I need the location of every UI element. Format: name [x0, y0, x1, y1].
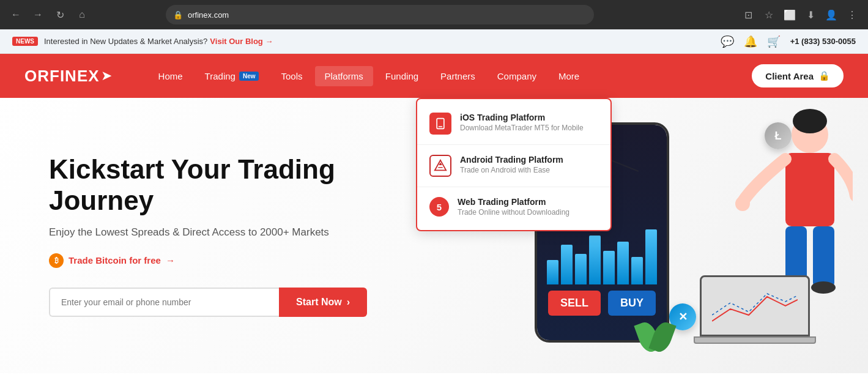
laptop-screen: [700, 275, 810, 336]
plant-container: [639, 322, 672, 355]
nav-item-company[interactable]: Company: [488, 66, 546, 86]
ios-platform-text: iOS Trading Platform Download MetaTrader…: [460, 113, 584, 132]
android-platform-text: Android Trading Platform Trade on Androi…: [460, 155, 563, 174]
hero-subtitle: Enjoy the Lowest Spreads & Direct Access…: [49, 226, 416, 239]
url-input[interactable]: [188, 10, 587, 20]
download-icon[interactable]: ⬇: [802, 6, 819, 23]
nav-item-tools[interactable]: Tools: [271, 66, 312, 86]
nav-tools-label: Tools: [281, 71, 302, 81]
web-platform-icon: 5: [429, 197, 449, 217]
client-area-label: Client Area: [765, 71, 814, 81]
nav-item-funding[interactable]: Funding: [376, 66, 428, 86]
security-icon: 🔒: [173, 10, 183, 20]
dropdown-item-android[interactable]: Android Trading Platform Trade on Androi…: [417, 146, 610, 185]
bell-icon[interactable]: 🔔: [744, 35, 757, 48]
hero-content: Kickstart Your Trading Journey Enjoy the…: [49, 154, 416, 316]
nav-platforms-label: Platforms: [325, 71, 363, 81]
logo-text: ORFINEX: [24, 67, 100, 86]
android-platform-icon: [429, 155, 451, 177]
extension-icon[interactable]: ⬜: [781, 6, 798, 23]
dropdown-item-web[interactable]: 5 Web Trading Platform Trade Online with…: [417, 188, 610, 225]
laptop: [694, 275, 816, 349]
platforms-dropdown: iOS Trading Platform Download MetaTrader…: [416, 98, 612, 231]
svg-point-13: [793, 109, 827, 133]
address-bar[interactable]: 🔒: [166, 5, 594, 24]
client-area-button[interactable]: Client Area 🔒: [752, 64, 844, 87]
bitcoin-link[interactable]: ₿ Trade Bitcoin for free →: [49, 253, 416, 268]
svg-line-8: [608, 159, 639, 171]
android-platform-title: Android Trading Platform: [460, 155, 563, 165]
chart-bar-1: [547, 260, 558, 284]
visit-blog-link[interactable]: Visit Our Blog →: [210, 37, 273, 46]
trade-buttons: SELL BUY: [548, 291, 656, 316]
refresh-button[interactable]: ↻: [51, 6, 69, 23]
news-badge: news: [12, 37, 38, 46]
nav-trading-label: Trading: [205, 71, 236, 81]
back-button[interactable]: ←: [7, 6, 24, 23]
menu-icon[interactable]: ⋮: [844, 6, 861, 23]
nav-item-home[interactable]: Home: [149, 66, 193, 86]
email-form: Start Now ›: [49, 288, 367, 317]
web-platform-text: Web Trading Platform Trade Online withou…: [458, 197, 569, 217]
web-platform-title: Web Trading Platform: [458, 197, 569, 207]
trading-new-badge: New: [239, 72, 259, 81]
bitcoin-link-text: Trade Bitcoin for free: [69, 255, 161, 265]
dropdown-item-ios[interactable]: iOS Trading Platform Download MetaTrader…: [417, 104, 610, 143]
nav-item-partners[interactable]: Partners: [431, 66, 485, 86]
web-platform-icon-number: 5: [437, 202, 442, 212]
chart-bar-2: [561, 245, 573, 284]
web-platform-subtitle: Trade Online without Downloading: [458, 208, 569, 217]
ios-platform-icon: [429, 113, 451, 135]
notification-text: Interested in New Updates & Market Analy…: [44, 37, 207, 46]
nav-item-more[interactable]: More: [549, 66, 589, 86]
nav-company-label: Company: [497, 71, 536, 81]
sell-button[interactable]: SELL: [548, 291, 601, 316]
chart-bar-8: [645, 229, 657, 284]
chart-bar-5: [603, 251, 615, 284]
ripple-coin-symbol: ✕: [678, 310, 688, 324]
profile-icon[interactable]: 👤: [823, 6, 840, 23]
screenshot-icon[interactable]: ⊡: [740, 6, 757, 23]
buy-button[interactable]: BUY: [608, 291, 656, 316]
start-arrow: ›: [347, 297, 350, 308]
nav-item-platforms[interactable]: Platforms: [315, 66, 373, 86]
start-now-label: Start Now: [296, 297, 342, 308]
nav-more-label: More: [558, 71, 579, 81]
chat-icon[interactable]: 💬: [721, 35, 734, 48]
cart-icon[interactable]: 🛒: [767, 35, 781, 48]
nav-funding-label: Funding: [385, 71, 418, 81]
dropdown-divider-2: [417, 187, 610, 187]
lock-icon: 🔒: [818, 70, 830, 81]
forward-button[interactable]: →: [29, 6, 46, 23]
browser-right-icons: ⊡ ☆ ⬜ ⬇ 👤 ⋮: [740, 6, 861, 23]
logo[interactable]: ORFINEX ➤: [24, 67, 112, 86]
bitcoin-arrow: →: [166, 255, 175, 265]
android-platform-subtitle: Trade on Android with Ease: [460, 166, 563, 174]
ios-platform-subtitle: Download MetaTrader MT5 for Mobile: [460, 124, 584, 132]
phone-number: +1 (833) 530-0055: [790, 37, 856, 46]
main-navigation: ORFINEX ➤ Home Trading New Tools Platfor…: [0, 54, 868, 98]
svg-rect-16: [813, 226, 834, 288]
chart-area: [547, 223, 657, 284]
laptop-base: [694, 336, 816, 344]
bitcoin-icon: ₿: [49, 253, 64, 268]
nav-links: Home Trading New Tools Platforms Funding…: [149, 64, 844, 87]
plant-leaf-2: [649, 319, 677, 354]
ios-platform-title: iOS Trading Platform: [460, 113, 584, 122]
home-button[interactable]: ⌂: [73, 6, 91, 23]
chart-bar-6: [617, 242, 629, 284]
hero-title: Kickstart Your Trading Journey: [49, 154, 416, 216]
nav-item-trading[interactable]: Trading New: [195, 66, 269, 86]
svg-rect-14: [785, 153, 834, 226]
chart-bar-4: [589, 236, 601, 284]
nav-home-label: Home: [158, 71, 183, 81]
start-now-button[interactable]: Start Now ›: [279, 288, 367, 317]
logo-arrow: ➤: [101, 68, 112, 84]
nav-partners-label: Partners: [440, 71, 475, 81]
notification-bar: news Interested in New Updates & Market …: [0, 29, 868, 54]
bookmark-icon[interactable]: ☆: [760, 6, 777, 23]
email-input[interactable]: [49, 288, 279, 317]
svg-marker-2: [435, 160, 446, 171]
svg-point-19: [735, 196, 750, 211]
chart-bar-7: [631, 257, 643, 284]
